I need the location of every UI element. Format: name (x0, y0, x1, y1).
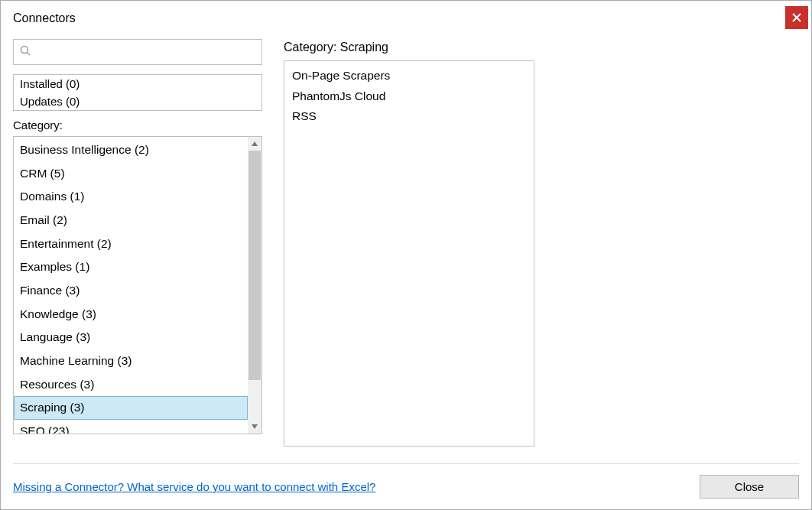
search-input[interactable] (35, 46, 255, 59)
svg-point-0 (21, 47, 28, 54)
connectors-dialog: Connectors Installed (0) Updates (0) Cat… (0, 0, 812, 510)
category-item[interactable]: Knowledge (3) (14, 303, 248, 326)
category-item[interactable]: Business Intelligence (2) (14, 138, 248, 162)
category-list[interactable]: Business Intelligence (2)CRM (5)Domains … (14, 137, 248, 434)
installed-count[interactable]: Installed (0) (14, 75, 261, 93)
category-item[interactable]: CRM (5) (14, 162, 248, 186)
footer: Missing a Connector? What service do you… (13, 463, 799, 499)
category-list-container: Business Intelligence (2)CRM (5)Domains … (13, 136, 262, 434)
category-item[interactable]: Email (2) (14, 209, 248, 232)
detail-list[interactable]: On-Page ScrapersPhantomJs CloudRSS (284, 60, 534, 447)
right-column: Category: Scraping On-Page ScrapersPhant… (284, 39, 534, 453)
search-icon (20, 45, 31, 59)
svg-line-1 (28, 53, 31, 56)
detail-heading: Category: Scraping (284, 41, 534, 54)
status-box: Installed (0) Updates (0) (13, 74, 262, 111)
category-item[interactable]: SEO (23) (14, 420, 248, 434)
missing-connector-link[interactable]: Missing a Connector? What service do you… (13, 480, 375, 493)
category-item[interactable]: Entertainment (2) (14, 232, 248, 256)
category-item[interactable]: Examples (1) (14, 255, 248, 279)
category-item[interactable]: Language (3) (14, 326, 248, 349)
connector-item[interactable]: PhantomJs Cloud (292, 86, 526, 107)
updates-count[interactable]: Updates (0) (14, 93, 261, 110)
close-button[interactable]: Close (700, 475, 799, 499)
scroll-thumb[interactable] (248, 151, 261, 380)
titlebar: Connectors (1, 1, 811, 31)
category-item[interactable]: Finance (3) (14, 279, 248, 303)
category-item[interactable]: Scraping (3) (14, 396, 248, 420)
category-label: Category: (13, 119, 262, 132)
category-item[interactable]: Domains (1) (14, 185, 248, 209)
scrollbar[interactable] (248, 137, 261, 434)
scroll-up-icon[interactable] (248, 137, 261, 151)
category-item[interactable]: Machine Learning (3) (14, 349, 248, 373)
close-icon[interactable] (785, 6, 808, 29)
connector-item[interactable]: RSS (292, 106, 526, 127)
dialog-title: Connectors (13, 11, 76, 25)
search-box[interactable] (13, 39, 262, 65)
dialog-body: Installed (0) Updates (0) Category: Busi… (1, 31, 811, 453)
category-item[interactable]: Resources (3) (14, 373, 248, 397)
left-column: Installed (0) Updates (0) Category: Busi… (13, 39, 262, 453)
scroll-down-icon[interactable] (248, 420, 261, 434)
connector-item[interactable]: On-Page Scrapers (292, 66, 526, 86)
